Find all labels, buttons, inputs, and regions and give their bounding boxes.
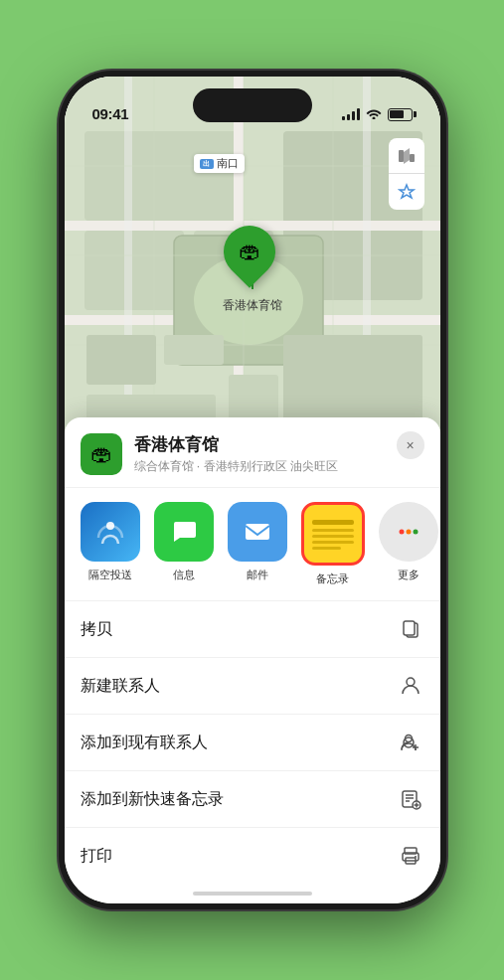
pin-label: 香港体育馆 xyxy=(223,297,282,314)
share-action-notes[interactable]: 备忘录 xyxy=(301,502,365,586)
status-time: 09:41 xyxy=(92,105,129,122)
svg-rect-33 xyxy=(404,621,415,635)
airdrop-icon-wrap xyxy=(81,502,140,562)
menu-item-copy[interactable]: 拷贝 xyxy=(65,601,440,658)
phone-frame: 09:41 xyxy=(59,71,446,909)
airdrop-label: 隔空投送 xyxy=(88,568,132,582)
mail-icon-wrap xyxy=(228,502,287,562)
menu-item-new-contact[interactable]: 新建联系人 xyxy=(65,658,440,715)
venue-description: 综合体育馆 · 香港特别行政区 油尖旺区 xyxy=(134,458,424,475)
more-icon-wrap xyxy=(379,502,438,562)
svg-rect-24 xyxy=(164,335,224,365)
signal-icon xyxy=(342,108,360,120)
pin-emoji: 🏟 xyxy=(239,239,260,264)
location-button[interactable] xyxy=(389,174,424,210)
notes-quick-icon xyxy=(397,785,424,813)
map-controls xyxy=(389,138,424,210)
svg-point-34 xyxy=(407,678,415,686)
svg-point-31 xyxy=(413,530,418,535)
svg-rect-3 xyxy=(84,231,184,310)
notes-label: 备忘录 xyxy=(316,572,349,586)
svg-rect-2 xyxy=(84,131,244,221)
notes-icon-wrap xyxy=(301,502,365,566)
bottom-sheet: 🏟 香港体育馆 综合体育馆 · 香港特别行政区 油尖旺区 × xyxy=(65,417,440,903)
copy-label: 拷贝 xyxy=(81,619,112,640)
more-label: 更多 xyxy=(398,568,420,582)
battery-icon xyxy=(388,108,413,121)
share-action-more[interactable]: 更多 xyxy=(379,502,438,586)
share-action-messages[interactable]: 信息 xyxy=(154,502,214,586)
person-add-icon xyxy=(397,729,424,756)
mail-label: 邮件 xyxy=(247,568,268,582)
venue-icon-emoji: 🏟 xyxy=(90,441,112,467)
svg-rect-20 xyxy=(86,335,156,385)
status-icons xyxy=(342,106,413,122)
add-to-notes-label: 添加到新快速备忘录 xyxy=(81,789,224,810)
close-button[interactable]: × xyxy=(397,431,424,459)
map-view-button[interactable] xyxy=(389,138,424,174)
svg-rect-25 xyxy=(399,150,404,162)
add-to-contact-label: 添加到现有联系人 xyxy=(81,733,208,753)
venue-header: 🏟 香港体育馆 综合体育馆 · 香港特别行政区 油尖旺区 × xyxy=(65,417,440,488)
home-indicator xyxy=(193,892,312,896)
svg-rect-26 xyxy=(410,154,415,162)
pin-shape: 🏟 xyxy=(213,215,286,288)
venue-icon: 🏟 xyxy=(81,433,122,475)
messages-label: 信息 xyxy=(173,568,195,582)
venue-name: 香港体育馆 xyxy=(134,433,424,456)
map-label: 出 南口 xyxy=(194,154,245,173)
messages-icon-wrap xyxy=(154,502,214,562)
print-label: 打印 xyxy=(81,846,112,867)
share-action-airdrop[interactable]: 隔空投送 xyxy=(81,502,140,586)
copy-icon xyxy=(397,615,424,643)
dynamic-island xyxy=(193,88,312,122)
menu-item-add-to-contact[interactable]: 添加到现有联系人 xyxy=(65,715,440,771)
printer-icon xyxy=(397,842,424,870)
location-pin: 🏟 香港体育馆 xyxy=(223,226,282,314)
svg-point-29 xyxy=(399,530,404,535)
svg-rect-28 xyxy=(246,524,269,540)
menu-items: 拷贝 新建联系人 xyxy=(65,600,440,884)
share-action-mail[interactable]: 邮件 xyxy=(228,502,287,586)
phone-screen: 09:41 xyxy=(65,77,440,903)
menu-item-print[interactable]: 打印 xyxy=(65,828,440,884)
person-icon xyxy=(397,672,424,700)
svg-point-30 xyxy=(406,530,411,535)
new-contact-label: 新建联系人 xyxy=(81,676,160,697)
venue-info: 香港体育馆 综合体育馆 · 香港特别行政区 油尖旺区 xyxy=(134,433,424,475)
share-actions-row: 隔空投送 信息 xyxy=(65,488,440,600)
menu-item-add-to-notes[interactable]: 添加到新快速备忘录 xyxy=(65,771,440,828)
svg-point-49 xyxy=(415,856,417,858)
exit-icon: 出 xyxy=(200,159,214,169)
wifi-icon xyxy=(366,106,382,122)
